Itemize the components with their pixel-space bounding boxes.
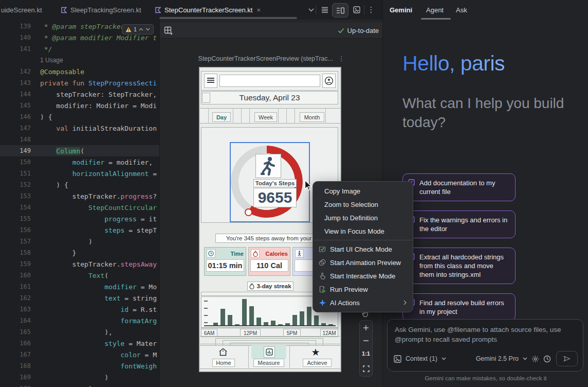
tab-scrollbar[interactable] xyxy=(159,17,297,19)
menu-button xyxy=(204,74,217,88)
suggestion-card[interactable]: Add documentation to my current file xyxy=(402,173,516,201)
tab-sleeptrackingscreen[interactable]: SleepTrackingScreen.kt xyxy=(61,0,141,20)
line-number: 144 xyxy=(0,91,40,98)
tab-guidescreen[interactable]: uideScreen.kt xyxy=(1,0,42,20)
code-editor[interactable]: 139 * @param stepTracker140 * @param mod… xyxy=(0,20,159,387)
menu-item[interactable]: Start Animation Preview xyxy=(313,256,413,269)
home-icon xyxy=(214,346,232,358)
chart-bar xyxy=(249,306,254,326)
context-menu: Copy ImageZoom to SelectionJump to Defin… xyxy=(313,181,413,312)
gear-icon[interactable] xyxy=(531,355,539,363)
context-selector[interactable]: Context (1) xyxy=(406,355,437,362)
close-icon[interactable]: × xyxy=(256,6,261,14)
menu-item[interactable]: Copy Image xyxy=(313,184,413,198)
mouse-cursor xyxy=(304,180,313,191)
preview-image-icon[interactable] xyxy=(352,4,362,16)
tab-agent[interactable]: Agent xyxy=(426,6,444,14)
subtitle-line2: today? xyxy=(402,114,446,131)
usage-inlay[interactable]: 1 Usage xyxy=(40,57,63,64)
date-text: Tuesday, April 23 xyxy=(239,93,300,102)
chevron-down-icon[interactable] xyxy=(442,357,446,360)
line-number: 155 xyxy=(0,215,40,222)
animation-preview-icon xyxy=(318,258,326,267)
code-line: 152 ) { xyxy=(0,179,159,190)
tab-ask[interactable]: Ask xyxy=(456,6,467,14)
next-warning-icon[interactable] xyxy=(145,28,150,31)
subtitle-line1: What can I help you build xyxy=(402,95,564,112)
line-number: 146 xyxy=(0,113,40,120)
code-line: 158 } xyxy=(0,247,159,258)
progress-knob xyxy=(245,208,252,216)
gemini-header: Gemini Agent Ask xyxy=(383,0,588,21)
code-line: 170 ) xyxy=(0,383,159,387)
profile-button xyxy=(322,74,336,88)
zoom-actual-size[interactable]: 1:1 xyxy=(362,350,370,357)
preview-title[interactable]: StepCounterTrackerScreenPreview (stepTra… xyxy=(160,55,383,62)
stat-card-calories: Calories 110 Cal xyxy=(248,247,290,276)
inspections-widget[interactable]: 1 xyxy=(122,24,154,34)
zoom-to-fit-icon[interactable] xyxy=(363,365,370,372)
menu-item[interactable]: AI Actions xyxy=(313,296,413,309)
gemini-title: Gemini xyxy=(390,6,412,14)
zoom-in-icon[interactable] xyxy=(363,325,369,331)
model-selector[interactable]: Gemini 2.5 Pro xyxy=(476,355,519,362)
code-line: 146) { xyxy=(0,111,159,122)
code-line: 144 stepTracker: StepTracker, xyxy=(0,89,159,100)
line-number: 140 xyxy=(0,34,40,41)
split-editor-preview-icon[interactable] xyxy=(332,3,348,17)
tab-day: Day xyxy=(212,112,231,122)
chevron-down-icon[interactable] xyxy=(306,4,316,16)
menu-item[interactable]: Zoom to Selection xyxy=(313,198,413,211)
zoom-out-icon[interactable] xyxy=(363,340,369,342)
menu-item[interactable]: View in Focus Mode xyxy=(313,224,413,238)
chevron-down-icon[interactable] xyxy=(523,357,527,360)
prompt-input[interactable] xyxy=(394,324,577,353)
suggestion-card[interactable]: Find and resolve build errors in my proj… xyxy=(402,293,516,321)
input-toolbar: Context (1) Gemini 2.5 Pro xyxy=(394,351,578,366)
line-number: 162 xyxy=(0,294,40,302)
code-line: 153 stepTracker.progress? xyxy=(0,190,159,202)
suggestion-card[interactable]: Extract all hardcoded strings from this … xyxy=(402,248,516,284)
suggestion-card[interactable]: Fix the warnings and errors in the edito… xyxy=(402,210,516,238)
ui-check-icon xyxy=(318,245,326,253)
line-number: 149 xyxy=(0,147,40,154)
menu-item[interactable]: Start UI Check Mode xyxy=(313,242,413,256)
code-line: 164 formatArg xyxy=(0,315,159,326)
menu-item[interactable]: Jump to Definition xyxy=(313,211,413,224)
more-options-icon[interactable]: ⋮ xyxy=(367,4,375,16)
line-number: 148 xyxy=(0,136,40,143)
runner-icon xyxy=(260,156,277,176)
menu-item[interactable]: Start Interactive Mode xyxy=(313,269,413,283)
list-view-icon[interactable] xyxy=(320,4,330,16)
streak-label: 3-day streak xyxy=(256,283,291,289)
gemini-input-box[interactable]: Context (1) Gemini 2.5 Pro xyxy=(387,319,583,372)
history-icon[interactable] xyxy=(543,355,551,363)
editor-tab-bar: uideScreen.kt SleepTrackingScreen.kt Ste… xyxy=(0,0,382,20)
chart-bar xyxy=(307,307,311,326)
attach-image-icon[interactable] xyxy=(394,355,401,363)
steps-label-box: Today's Steps xyxy=(253,179,297,187)
line-number: 161 xyxy=(0,283,40,290)
nav-label-measure: Measure xyxy=(253,359,284,367)
streak-chip: 3-day streak xyxy=(247,282,293,291)
code-line: 167 color = M xyxy=(0,349,159,360)
line-number: 168 xyxy=(0,362,40,370)
chart-bar xyxy=(292,315,297,326)
hamburger-icon xyxy=(207,77,215,83)
line-number: 141 xyxy=(0,45,40,52)
send-button[interactable] xyxy=(556,351,578,366)
tab-label: SleepTrackingScreen.kt xyxy=(70,6,141,14)
tab-label: StepCounterTrackerScreen.kt xyxy=(164,6,252,14)
chart-bar xyxy=(242,299,247,326)
goal-text-box: You're 345 steps away from your xyxy=(215,234,322,243)
tab-week: Week xyxy=(254,112,277,122)
gemini-panel: Gemini Agent Ask Hello, paris What can I… xyxy=(382,0,588,387)
menu-item[interactable]: Run Preview xyxy=(313,283,413,296)
preview-more-icon[interactable]: ⋮ xyxy=(338,55,345,62)
flame-icon xyxy=(251,249,260,258)
warning-icon xyxy=(125,27,132,32)
line-number: 159 xyxy=(0,260,40,268)
prev-warning-icon[interactable] xyxy=(139,28,143,31)
grid-view-icon[interactable] xyxy=(164,26,173,35)
line-number: 151 xyxy=(0,170,40,177)
